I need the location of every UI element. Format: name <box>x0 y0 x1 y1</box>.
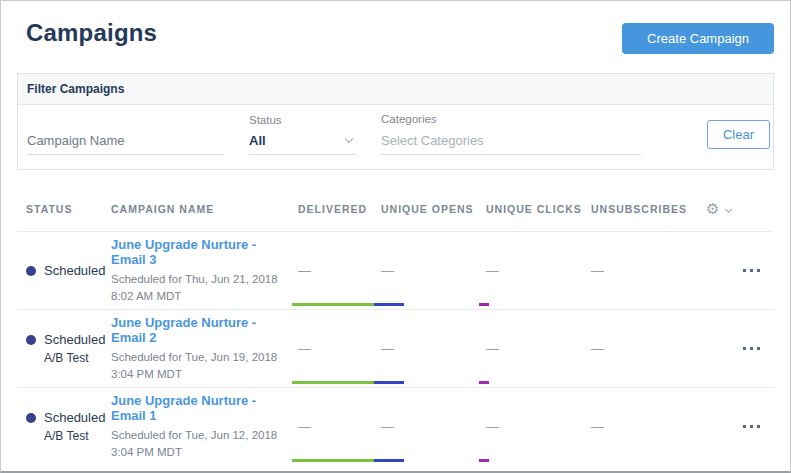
campaign-name-field <box>27 130 224 155</box>
campaign-schedule: Scheduled for Tue, Jun 12, 2018 3:04 PM … <box>111 427 284 461</box>
row-menu-icon[interactable] <box>741 343 762 354</box>
row-actions-cell <box>706 265 774 276</box>
unique-clicks-value: — <box>486 341 591 356</box>
unique-opens-value: — <box>381 263 486 278</box>
delivered-value: — <box>298 341 381 356</box>
categories-label: Categories <box>381 113 641 125</box>
campaign-link[interactable]: June Upgrade Nurture - Email 1 <box>111 393 284 423</box>
table-row: Scheduled A/B Test June Upgrade Nurture … <box>17 309 774 387</box>
unique-opens-value: — <box>381 419 486 434</box>
status-text: Scheduled <box>44 332 105 347</box>
campaigns-table: STATUS CAMPAIGN NAME DELIVERED UNIQUE OP… <box>17 187 774 465</box>
chevron-down-icon[interactable] <box>725 205 732 212</box>
clear-filters-button[interactable]: Clear <box>707 120 770 149</box>
unique-clicks-value: — <box>486 263 591 278</box>
campaign-schedule: Scheduled for Thu, Jun 21, 2018 8:02 AM … <box>111 271 284 305</box>
table-header-row: STATUS CAMPAIGN NAME DELIVERED UNIQUE OP… <box>17 187 774 231</box>
column-header-status: STATUS <box>26 203 111 215</box>
create-campaign-button[interactable]: Create Campaign <box>622 23 774 54</box>
table-settings: ⚙ <box>706 202 774 217</box>
opens-bar <box>374 381 404 384</box>
filter-panel-title: Filter Campaigns <box>18 74 773 105</box>
status-text: Scheduled <box>44 263 105 278</box>
status-cell: Scheduled A/B Test <box>26 332 111 365</box>
categories-input[interactable] <box>381 130 641 154</box>
status-select[interactable]: All <box>249 131 356 155</box>
campaign-cell: June Upgrade Nurture - Email 1 Scheduled… <box>111 393 298 461</box>
campaign-cell: June Upgrade Nurture - Email 2 Scheduled… <box>111 315 298 383</box>
categories-field: Categories <box>381 113 641 155</box>
column-header-delivered: DELIVERED <box>298 203 381 215</box>
status-cell: Scheduled <box>26 263 111 278</box>
delivered-value: — <box>298 419 381 434</box>
clicks-bar <box>479 459 489 462</box>
status-label: Status <box>249 114 356 126</box>
delivered-bar <box>292 381 374 384</box>
campaign-link[interactable]: June Upgrade Nurture - Email 3 <box>111 237 284 267</box>
unsubscribes-value: — <box>591 341 706 356</box>
filter-panel: Filter Campaigns Status All Categories C… <box>17 73 774 170</box>
delivered-bar <box>292 459 374 462</box>
delivered-bar <box>292 303 374 306</box>
unique-clicks-value: — <box>486 419 591 434</box>
table-row: Scheduled A/B Test June Upgrade Nurture … <box>17 387 774 465</box>
clicks-bar <box>479 381 489 384</box>
unsubscribes-value: — <box>591 263 706 278</box>
column-header-unique-opens: UNIQUE OPENS <box>381 203 486 215</box>
column-header-unsubscribes: UNSUBSCRIBES <box>591 203 706 215</box>
unsubscribes-value: — <box>591 419 706 434</box>
row-actions-cell <box>706 343 774 354</box>
opens-bar <box>374 459 404 462</box>
campaign-cell: June Upgrade Nurture - Email 3 Scheduled… <box>111 237 298 305</box>
status-selected-value: All <box>249 133 266 148</box>
status-subtext: A/B Test <box>44 351 111 365</box>
campaign-link[interactable]: June Upgrade Nurture - Email 2 <box>111 315 284 345</box>
row-menu-icon[interactable] <box>741 265 762 276</box>
clicks-bar <box>479 303 489 306</box>
row-menu-icon[interactable] <box>741 421 762 432</box>
status-field: Status All <box>249 114 356 155</box>
status-cell: Scheduled A/B Test <box>26 410 111 443</box>
unique-opens-value: — <box>381 341 486 356</box>
filter-body: Status All Categories Clear <box>18 105 773 169</box>
opens-bar <box>374 303 404 306</box>
status-dot-icon <box>26 413 36 423</box>
gear-icon[interactable]: ⚙ <box>706 202 720 217</box>
campaign-schedule: Scheduled for Tue, Jun 19, 2018 3:04 PM … <box>111 349 284 383</box>
column-header-campaign-name: CAMPAIGN NAME <box>111 203 298 215</box>
status-dot-icon <box>26 266 36 276</box>
delivered-value: — <box>298 263 381 278</box>
campaign-name-input[interactable] <box>27 130 224 154</box>
status-subtext: A/B Test <box>44 429 111 443</box>
table-row: Scheduled June Upgrade Nurture - Email 3… <box>17 231 774 309</box>
status-text: Scheduled <box>44 410 105 425</box>
row-actions-cell <box>706 421 774 432</box>
status-dot-icon <box>26 335 36 345</box>
column-header-unique-clicks: UNIQUE CLICKS <box>486 203 591 215</box>
chevron-down-icon <box>345 135 353 143</box>
page-header: Campaigns Create Campaign <box>1 1 790 57</box>
